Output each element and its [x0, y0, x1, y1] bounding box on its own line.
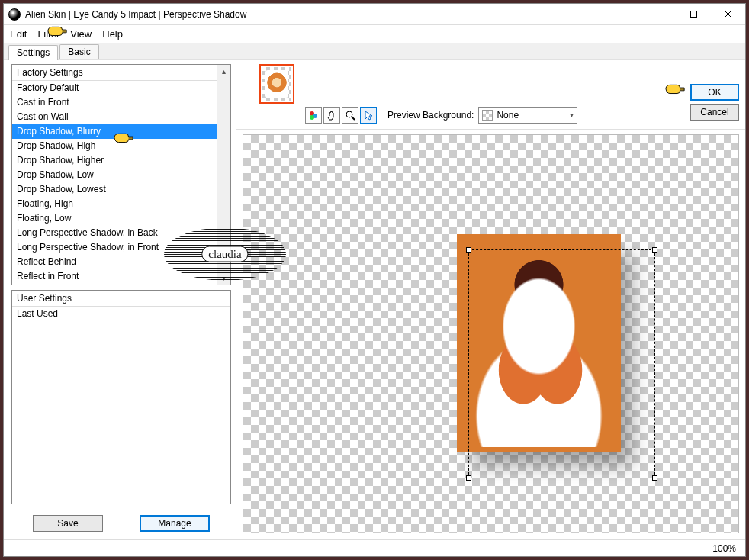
pointer-annotation-icon	[664, 81, 686, 96]
ok-button[interactable]: OK	[690, 84, 739, 101]
cancel-button[interactable]: Cancel	[690, 104, 739, 121]
maximize-button[interactable]	[677, 4, 711, 24]
factory-item[interactable]: Long Perspective Shadow, in Front	[12, 240, 230, 255]
preview-bg-label: Preview Background:	[387, 110, 474, 121]
transparency-swatch-icon	[482, 110, 493, 121]
factory-item[interactable]: Reflect Behind	[12, 255, 230, 269]
move-tool[interactable]	[360, 107, 377, 124]
menu-edit[interactable]: Edit	[10, 28, 27, 40]
preview-thumbnail[interactable]	[259, 64, 294, 104]
window-title: Alien Skin | Eye Candy 5 Impact | Perspe…	[25, 9, 246, 20]
factory-settings-list: Factory Settings Factory DefaultCast in …	[11, 64, 231, 285]
settings-pane: Factory Settings Factory DefaultCast in …	[4, 60, 236, 539]
svg-line-11	[352, 117, 355, 120]
transform-handle[interactable]	[652, 247, 657, 253]
transform-handle[interactable]	[466, 475, 471, 481]
preview-bg-value: None	[497, 110, 519, 121]
zoom-level: 100%	[712, 543, 736, 554]
svg-point-9	[310, 115, 314, 120]
close-button[interactable]	[711, 4, 745, 24]
factory-item[interactable]: Floating, High	[12, 197, 230, 211]
factory-item[interactable]: Drop Shadow, Higher	[12, 153, 230, 168]
factory-item[interactable]: Drop Shadow, Low	[12, 168, 230, 182]
factory-settings-header: Factory Settings	[12, 65, 230, 81]
preview-artwork	[457, 234, 621, 452]
scroll-up-icon[interactable]: ▴	[217, 65, 230, 78]
scroll-down-icon[interactable]: ▾	[217, 272, 230, 285]
factory-item[interactable]: Cast on Wall	[12, 110, 230, 124]
user-item[interactable]: Last Used	[12, 307, 230, 321]
preview-canvas[interactable]	[243, 134, 739, 533]
factory-item[interactable]: Reflect in Front - Faint	[12, 284, 230, 285]
chevron-down-icon: ▾	[570, 111, 574, 119]
pointer-annotation-icon	[113, 130, 134, 145]
menu-view[interactable]: View	[70, 28, 92, 40]
titlebar[interactable]: Alien Skin | Eye Candy 5 Impact | Perspe…	[4, 4, 745, 25]
tabstrip: Settings Basic	[4, 43, 745, 60]
factory-item[interactable]: Drop Shadow, Lowest	[12, 182, 230, 197]
manage-button[interactable]: Manage	[140, 515, 210, 532]
factory-item[interactable]: Reflect in Front	[12, 269, 230, 284]
user-settings-list: User Settings Last Used	[11, 290, 231, 504]
svg-rect-1	[691, 11, 697, 18]
zoom-tool[interactable]	[342, 107, 358, 124]
minimize-button[interactable]	[642, 4, 677, 24]
pointer-annotation-icon	[47, 23, 68, 38]
factory-item[interactable]: Cast in Front	[12, 95, 230, 110]
menu-help[interactable]: Help	[102, 28, 123, 40]
hand-tool[interactable]	[323, 107, 340, 124]
factory-item[interactable]: Long Perspective Shadow, in Back	[12, 226, 230, 240]
scrollbar[interactable]: ▴ ▾	[217, 65, 230, 285]
user-settings-header: User Settings	[12, 291, 230, 307]
app-icon	[8, 8, 21, 21]
svg-point-10	[346, 111, 352, 117]
tab-basic[interactable]: Basic	[59, 44, 98, 59]
menubar: Edit Filter View Help	[4, 25, 745, 43]
factory-item[interactable]: Factory Default	[12, 81, 230, 95]
statusbar: 100%	[4, 539, 745, 556]
preview-pane: OK Cancel	[236, 60, 745, 539]
color-picker-tool[interactable]	[305, 107, 322, 124]
factory-item[interactable]: Floating, Low	[12, 211, 230, 226]
transform-handle[interactable]	[652, 475, 657, 481]
preview-bg-select[interactable]: None ▾	[478, 107, 577, 124]
tab-settings[interactable]: Settings	[8, 45, 58, 60]
save-button[interactable]: Save	[33, 515, 103, 532]
